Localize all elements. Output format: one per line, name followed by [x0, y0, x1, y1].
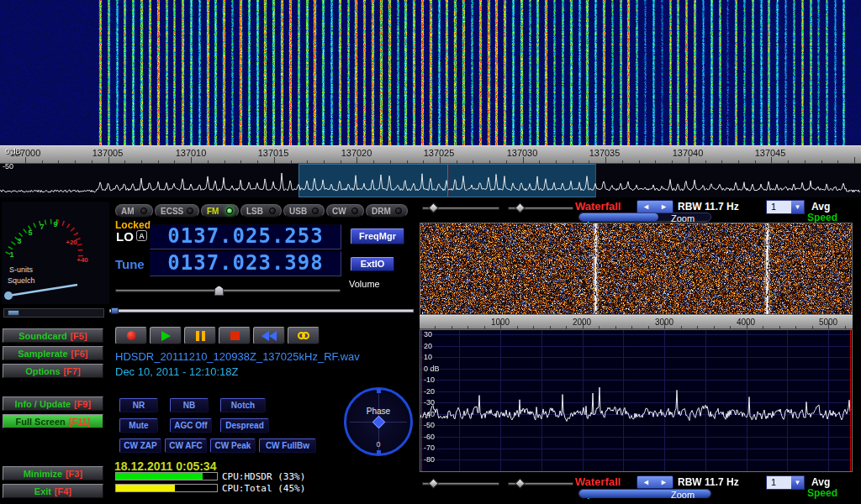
minimize-button-label: Minimize [24, 469, 62, 479]
mode-drm-button[interactable]: DRM [366, 204, 408, 218]
datetime-text: 18.12.2011 0:05:34 [114, 459, 216, 473]
speed-label: Speed [807, 212, 837, 223]
zoom-right-icon[interactable]: ► [660, 478, 668, 486]
audio-db-label: 20 [424, 342, 432, 350]
zoom-left-icon[interactable]: ◄ [642, 202, 650, 211]
zoom-arrows[interactable]: ◄► [637, 200, 673, 213]
volume-label: Volume [349, 279, 380, 289]
tune-frequency-display[interactable]: 0137.023.398 [150, 251, 341, 276]
mode-cw-label: CW [332, 207, 346, 216]
led-icon [140, 207, 147, 214]
lo-label: LO [116, 229, 134, 244]
s-meter-tick-label: 3 [17, 237, 21, 245]
phase-indicator: Phase 0 [344, 387, 413, 456]
s-meter: 1 3 5 7 9 +20 +40 S-units Squelch [2, 202, 109, 304]
cw-afc-button[interactable]: CW AFC [165, 438, 207, 453]
zoom-right-icon[interactable]: ► [660, 202, 668, 211]
mute-button[interactable]: Mute [119, 418, 158, 433]
playback-position-slider[interactable] [109, 309, 414, 312]
main-frequency-scale[interactable]: 137000 137005 137010 137015 137020 13702… [0, 145, 861, 164]
freq-scale-label: 137010 [167, 148, 214, 158]
audio-spectrum-display[interactable] [420, 330, 852, 471]
db-label-minus50: -50 [3, 162, 13, 171]
loop-button[interactable] [288, 327, 320, 344]
led-icon [187, 207, 193, 214]
samplerate-button[interactable]: Samplerate[F6] [3, 346, 103, 360]
waterfall-contrast-handle[interactable] [515, 202, 526, 213]
mode-lsb-label: LSB [246, 207, 263, 216]
nr-button[interactable]: NR [119, 398, 158, 412]
mode-cw-button[interactable]: CW [326, 204, 364, 218]
soundcard-button[interactable]: Soundcard[F5] [3, 328, 103, 343]
cw-peak-button[interactable]: CW Peak [210, 438, 256, 453]
waterfall-toggle-bottom[interactable]: Waterfall [575, 475, 621, 488]
options-button-label: Options [25, 366, 61, 376]
squelch-slider[interactable] [3, 308, 104, 318]
info-update-button-label: Info / Update [15, 399, 71, 409]
soundcard-button-label: Soundcard [18, 331, 66, 341]
audio-waterfall-display[interactable] [420, 223, 852, 314]
info-update-button-key: [F9] [74, 399, 91, 409]
mode-am-button[interactable]: AM [115, 204, 153, 218]
mode-usb-button[interactable]: USB [283, 204, 325, 218]
phase-marker-icon [372, 416, 386, 429]
full-screen-button[interactable]: Full Screen[F11] [3, 414, 103, 428]
cpu-hdsdr-text: CPU:HDSDR (33%) [222, 471, 305, 482]
pause-button[interactable] [184, 327, 216, 344]
minimize-button[interactable]: Minimize[F3] [3, 466, 103, 480]
samplerate-button-key: [F6] [71, 349, 88, 359]
main-spectrum-display[interactable] [0, 164, 861, 197]
volume-slider[interactable] [115, 289, 341, 292]
loop-icon [298, 332, 309, 339]
level-meter-yellow [115, 484, 218, 492]
audio-db-label: -80 [424, 455, 435, 464]
spectrum-contrast-handle[interactable] [515, 478, 526, 489]
despread-button[interactable]: Despread [220, 418, 269, 433]
mode-lsb-button[interactable]: LSB [240, 204, 282, 218]
stop-button[interactable] [219, 327, 251, 344]
mode-ecss-button[interactable]: ECSS [155, 204, 199, 218]
audio-scale-label: 5000 [810, 318, 847, 327]
volume-slider-handle[interactable] [214, 286, 224, 296]
notch-button[interactable]: Notch [220, 398, 266, 412]
combo-arrow-icon[interactable]: ▼ [791, 201, 804, 213]
audio-frequency-scale[interactable]: 1000 2000 3000 4000 5000 [420, 315, 853, 329]
combo-arrow-icon[interactable]: ▼ [791, 476, 804, 489]
cw-fullbw-button[interactable]: CW FullBw [259, 438, 316, 453]
spectrum-brightness-handle[interactable] [428, 478, 439, 489]
db-label-zero: 0 dB [5, 147, 21, 155]
agc-off-button[interactable]: AGC Off [170, 418, 212, 433]
stop-icon [230, 331, 240, 340]
mode-am-label: AM [121, 207, 135, 216]
tune-label: Tune [115, 257, 145, 271]
avg-label: Avg [811, 201, 830, 213]
zoom-arrows-bottom[interactable]: ◄► [637, 475, 673, 489]
record-button[interactable] [115, 327, 147, 344]
play-button[interactable] [150, 327, 182, 344]
extio-button[interactable]: ExtIO [351, 257, 394, 271]
freq-scale-label: 137045 [747, 148, 794, 158]
rbw-label-bottom: RBW 11.7 Hz [678, 476, 739, 488]
freq-scale-label: 137030 [499, 148, 546, 158]
squelch-slider-handle[interactable] [8, 310, 19, 316]
rbw-label: RBW 11.7 Hz [678, 201, 739, 213]
main-waterfall-display[interactable] [0, 0, 861, 145]
exit-button[interactable]: Exit[F4] [3, 484, 103, 498]
lo-frequency-display[interactable]: 0137.025.253 [150, 224, 341, 249]
lo-a-badge[interactable]: A [136, 230, 147, 241]
playback-position-handle[interactable] [111, 307, 119, 314]
avg-label-bottom: Avg [811, 476, 830, 488]
mode-fm-button[interactable]: FM [201, 204, 239, 218]
speed-combobox-bottom[interactable]: 1▼ [766, 475, 805, 490]
zoom-left-icon[interactable]: ◄ [642, 478, 650, 486]
nb-button[interactable]: NB [170, 398, 209, 412]
speed-combobox[interactable]: 1▼ [766, 200, 805, 214]
audio-db-label: -40 [424, 410, 435, 418]
cw-zap-button[interactable]: CW ZAP [119, 438, 161, 453]
options-button[interactable]: Options[F7] [3, 364, 103, 378]
rewind-button[interactable] [253, 327, 285, 344]
info-update-button[interactable]: Info / Update[F9] [3, 396, 103, 411]
waterfall-toggle[interactable]: Waterfall [575, 200, 621, 213]
waterfall-brightness-handle[interactable] [428, 202, 439, 213]
freqmgr-button[interactable]: FreqMgr [351, 228, 404, 244]
